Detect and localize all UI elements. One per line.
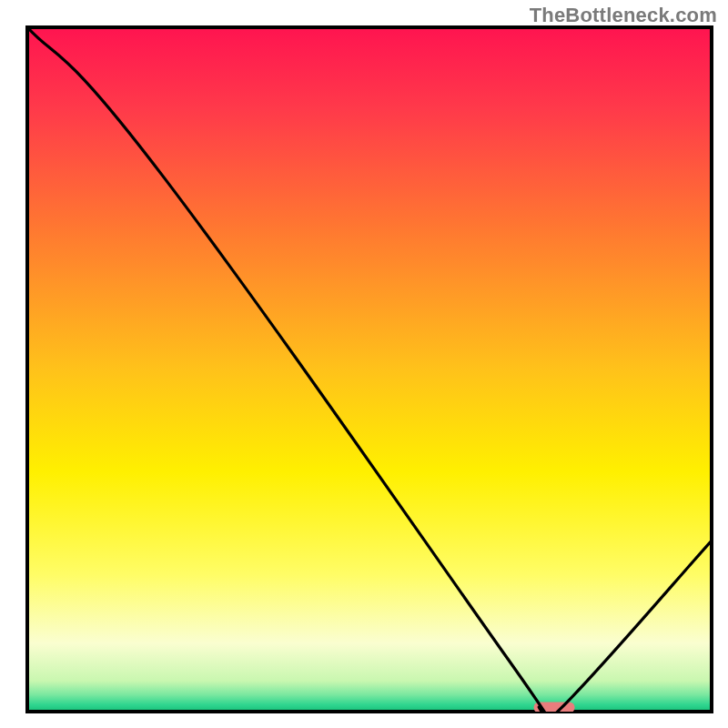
- plot-background: [27, 27, 712, 712]
- watermark-label: TheBottleneck.com: [530, 4, 717, 27]
- chart-svg: [0, 0, 728, 728]
- chart-frame: TheBottleneck.com: [0, 0, 728, 728]
